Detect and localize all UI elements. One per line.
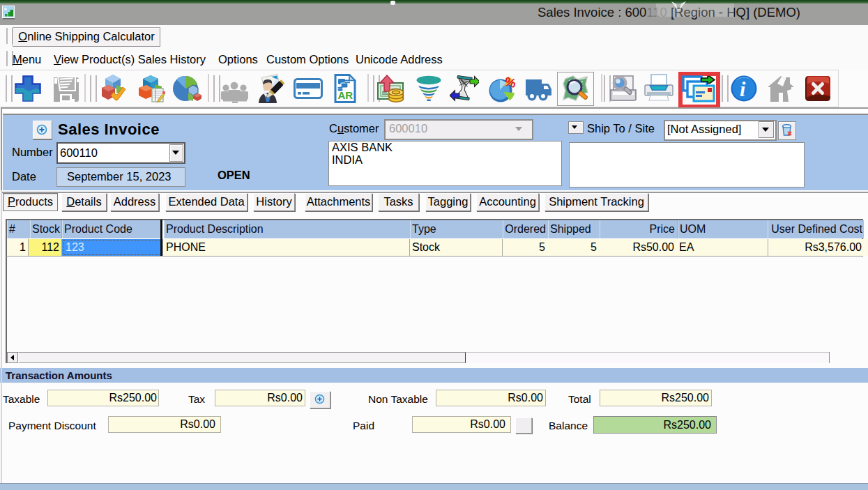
svg-text:i: i <box>740 77 746 100</box>
svg-text:AR: AR <box>338 89 353 101</box>
svg-text:%: % <box>503 75 517 91</box>
